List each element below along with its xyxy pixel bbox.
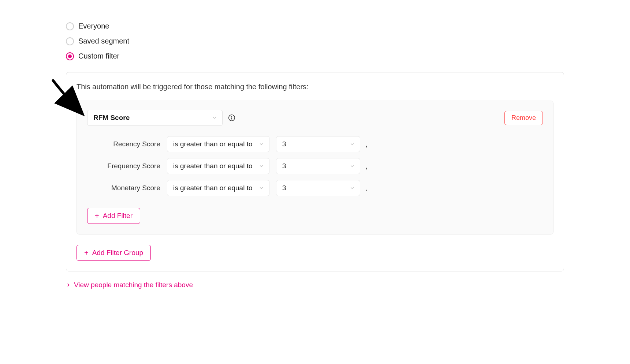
radio-option-saved-segment[interactable]: Saved segment bbox=[66, 37, 564, 45]
plus-icon: + bbox=[95, 212, 99, 219]
chevron-down-icon bbox=[350, 164, 355, 169]
value-text: 3 bbox=[282, 140, 286, 148]
operator-select[interactable]: is greater than or equal to bbox=[167, 180, 269, 196]
filter-type-select[interactable]: RFM Score bbox=[87, 110, 223, 126]
filter-type-value: RFM Score bbox=[93, 114, 130, 122]
radio-option-custom-filter[interactable]: Custom filter bbox=[66, 52, 564, 60]
svg-point-2 bbox=[231, 116, 232, 117]
filter-group-header: RFM Score Remove bbox=[87, 110, 543, 126]
radio-label-everyone: Everyone bbox=[78, 22, 109, 30]
view-matching-label: View people matching the filters above bbox=[74, 281, 193, 289]
operator-value: is greater than or equal to bbox=[173, 184, 253, 192]
value-select[interactable]: 3 bbox=[276, 136, 360, 152]
radio-icon-selected bbox=[66, 52, 74, 60]
filter-row: Recency Score is greater than or equal t… bbox=[102, 136, 543, 152]
radio-icon bbox=[66, 37, 74, 45]
remove-button-label: Remove bbox=[511, 114, 536, 121]
value-text: 3 bbox=[282, 162, 286, 170]
audience-radio-group: Everyone Saved segment Custom filter bbox=[66, 22, 564, 60]
filter-container: This automation will be triggered for th… bbox=[66, 72, 564, 271]
value-select[interactable]: 3 bbox=[276, 180, 360, 196]
chevron-right-icon bbox=[66, 282, 71, 288]
add-filter-label: Add Filter bbox=[103, 212, 133, 220]
chevron-down-icon bbox=[259, 185, 264, 191]
operator-value: is greater than or equal to bbox=[173, 140, 253, 148]
row-label-recency: Recency Score bbox=[102, 140, 160, 148]
add-filter-button[interactable]: + Add Filter bbox=[87, 208, 140, 224]
value-select[interactable]: 3 bbox=[276, 158, 360, 174]
filter-group: RFM Score Remove Recency Score is greate… bbox=[77, 101, 553, 234]
row-suffix: , bbox=[365, 140, 368, 149]
chevron-down-icon bbox=[259, 142, 264, 147]
operator-select[interactable]: is greater than or equal to bbox=[167, 136, 269, 152]
chevron-down-icon bbox=[350, 142, 355, 147]
value-text: 3 bbox=[282, 184, 286, 192]
info-icon[interactable] bbox=[228, 114, 236, 122]
radio-label-saved-segment: Saved segment bbox=[78, 37, 129, 45]
add-filter-group-button[interactable]: + Add Filter Group bbox=[77, 245, 151, 261]
chevron-down-icon bbox=[212, 115, 217, 120]
chevron-down-icon bbox=[259, 164, 264, 169]
operator-select[interactable]: is greater than or equal to bbox=[167, 158, 269, 174]
row-label-frequency: Frequency Score bbox=[102, 162, 160, 170]
radio-option-everyone[interactable]: Everyone bbox=[66, 22, 564, 30]
remove-button[interactable]: Remove bbox=[504, 111, 543, 125]
radio-label-custom-filter: Custom filter bbox=[78, 52, 119, 60]
plus-icon: + bbox=[84, 249, 89, 256]
filter-rows: Recency Score is greater than or equal t… bbox=[87, 136, 543, 196]
row-label-monetary: Monetary Score bbox=[102, 184, 160, 192]
row-suffix: . bbox=[365, 184, 368, 192]
add-filter-group-label: Add Filter Group bbox=[92, 249, 143, 257]
operator-value: is greater than or equal to bbox=[173, 162, 253, 170]
filter-row: Frequency Score is greater than or equal… bbox=[102, 158, 543, 174]
row-suffix: , bbox=[365, 162, 368, 170]
filter-description: This automation will be triggered for th… bbox=[77, 83, 553, 91]
view-matching-link[interactable]: View people matching the filters above bbox=[66, 281, 193, 289]
svg-rect-3 bbox=[231, 117, 232, 120]
radio-icon bbox=[66, 22, 74, 30]
filter-row: Monetary Score is greater than or equal … bbox=[102, 180, 543, 196]
chevron-down-icon bbox=[350, 185, 355, 191]
